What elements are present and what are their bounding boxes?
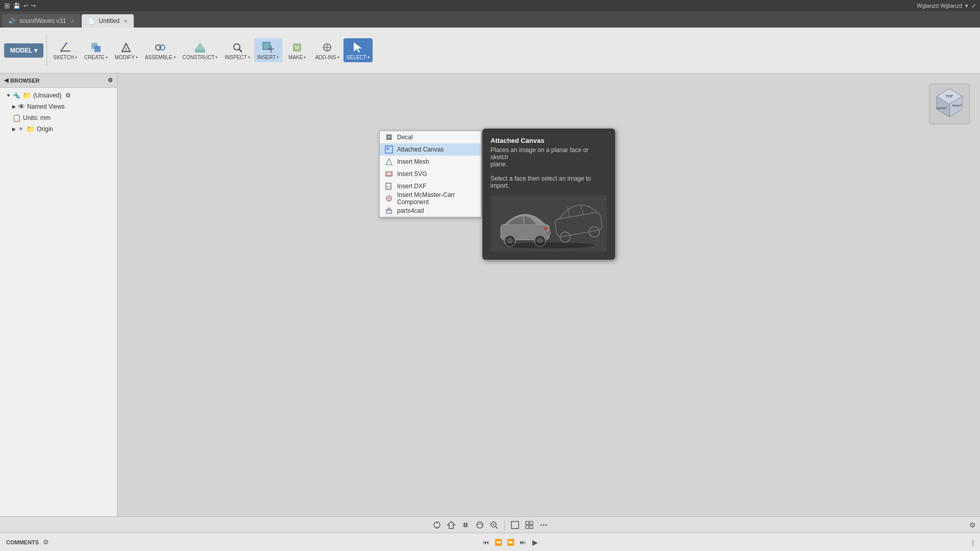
parts4cad-icon xyxy=(385,207,393,215)
tab-bar: 🔊 soundWaves v31 ✕ 📄 Untitled ✕ xyxy=(0,11,980,28)
make-tool[interactable]: M MAKE ▾ xyxy=(283,38,311,62)
construct-tool[interactable]: CONSTRUCT ▾ xyxy=(180,38,221,62)
modify-arrow: ▾ xyxy=(136,55,138,60)
inspect-icon xyxy=(230,40,244,55)
tab-untitled-close[interactable]: ✕ xyxy=(124,18,128,24)
insert-tool[interactable]: INSERT ▾ xyxy=(254,38,282,62)
svg-point-58 xyxy=(477,522,483,528)
origin-icon: ⚬ xyxy=(18,125,24,133)
info-panel-image xyxy=(491,195,607,252)
fit-tool-btn[interactable] xyxy=(431,519,443,531)
modify-tool[interactable]: MODIFY ▾ xyxy=(112,38,141,62)
comments-right: | xyxy=(972,538,974,546)
addins-label: ADD-INS xyxy=(315,55,336,60)
insert-dxf-icon: DXF xyxy=(385,182,393,190)
home-tool-btn[interactable] xyxy=(445,519,457,531)
play-marker-btn[interactable]: ▶ xyxy=(530,537,540,547)
info-panel-line2: plane. xyxy=(491,161,507,168)
tab-soundwaves-close[interactable]: ✕ xyxy=(70,18,75,24)
comments-controls: ⏮ ⏪ ⏩ ⏭ ▶ xyxy=(481,537,540,547)
addins-arrow: ▾ xyxy=(337,55,339,60)
sidebar-origin[interactable]: ▶ ⚬ 📁 Origin xyxy=(0,123,117,135)
create-tool[interactable]: CREATE ▾ xyxy=(81,38,111,62)
play-last-btn[interactable]: ⏭ xyxy=(518,537,528,547)
svg-point-53 xyxy=(503,242,595,248)
insert-svg-icon: SVG xyxy=(385,170,393,178)
display-tool-btn[interactable] xyxy=(509,519,521,531)
select-label-row: SELECT ▾ xyxy=(347,55,370,60)
svg-rect-64 xyxy=(526,521,529,524)
origin-expand[interactable]: ▶ xyxy=(12,127,16,132)
comments-bar: COMMENTS ⚙ ⏮ ⏪ ⏩ ⏭ ▶ | xyxy=(0,533,980,551)
expand-icon[interactable]: ⤢ xyxy=(971,3,976,9)
sidebar-root-expand[interactable]: ▼ xyxy=(6,93,11,98)
pan-tool-btn[interactable] xyxy=(459,519,472,531)
sidebar-root-item[interactable]: ▼ 🔩 📁 (Unsaved) ⚙ xyxy=(0,90,117,101)
sidebar-collapse-icon[interactable]: ◀ xyxy=(4,77,8,84)
sidebar-settings-icon[interactable]: ⚙ xyxy=(108,77,113,84)
menu-insert-dxf[interactable]: DXF Insert DXF xyxy=(380,180,481,192)
sidebar-root-settings[interactable]: ⚙ xyxy=(65,92,71,99)
comments-label: COMMENTS xyxy=(6,539,39,545)
svg-marker-9 xyxy=(195,42,205,49)
inspect-label-row: INSPECT ▾ xyxy=(225,55,250,60)
orbit-tool-btn[interactable] xyxy=(474,519,486,531)
tab-soundwaves[interactable]: 🔊 soundWaves v31 ✕ xyxy=(2,14,81,28)
modify-label-row: MODIFY ▾ xyxy=(115,55,138,60)
create-label-row: CREATE ▾ xyxy=(84,55,108,60)
construct-arrow: ▾ xyxy=(215,55,217,60)
select-tool[interactable]: SELECT ▾ xyxy=(344,38,373,62)
menu-parts4cad[interactable]: parts4cad xyxy=(380,205,481,217)
svg-rect-65 xyxy=(530,521,533,524)
model-button[interactable]: MODEL ▾ xyxy=(4,43,43,58)
play-next-btn[interactable]: ⏩ xyxy=(505,537,516,547)
addins-tool[interactable]: ADD-INS ▾ xyxy=(312,38,342,62)
named-views-expand[interactable]: ▶ xyxy=(12,104,16,109)
svg-rect-67 xyxy=(530,525,533,529)
assemble-label-row: ASSEMBLE ▾ xyxy=(145,55,176,60)
zoom-tool-btn[interactable] xyxy=(488,519,500,531)
app-grid-icon[interactable]: ⊞ xyxy=(4,2,10,10)
toolbar: MODEL ▾ SKETCH ▾ CREATE xyxy=(0,28,980,73)
assemble-label: ASSEMBLE xyxy=(145,55,173,60)
bottom-tools xyxy=(431,519,550,531)
menu-insert-mesh[interactable]: Insert Mesh xyxy=(380,156,481,168)
menu-decal[interactable]: 🖼 Decal xyxy=(380,131,481,143)
tab-untitled[interactable]: 📄 Untitled ✕ xyxy=(82,14,134,28)
svg-text:DXF: DXF xyxy=(386,186,391,188)
menu-attached-canvas[interactable]: Attached Canvas xyxy=(380,143,481,156)
play-prev-btn[interactable]: ⏪ xyxy=(493,537,503,547)
modify-label: MODIFY xyxy=(115,55,135,60)
redo-icon[interactable]: ↪ xyxy=(31,3,36,9)
sidebar-units[interactable]: 📋 Units: mm xyxy=(0,112,117,123)
play-first-btn[interactable]: ⏮ xyxy=(481,537,491,547)
user-dropdown-arrow[interactable]: ▾ xyxy=(965,3,968,9)
grid-tool-btn[interactable] xyxy=(523,519,535,531)
nav-cube[interactable]: TOP FRONT RIGHT xyxy=(929,84,970,124)
assemble-tool[interactable]: ASSEMBLE ▾ xyxy=(142,38,179,62)
addins-icon xyxy=(320,40,334,55)
named-views-label: Named Views xyxy=(27,103,65,110)
construct-icons xyxy=(193,40,207,55)
assemble-arrow: ▾ xyxy=(174,55,176,60)
sketch-tool[interactable]: SKETCH ▾ xyxy=(50,38,80,62)
select-icons xyxy=(351,40,365,55)
menu-insert-svg[interactable]: SVG Insert SVG xyxy=(380,168,481,180)
svg-rect-8 xyxy=(195,49,205,53)
more-tool-btn[interactable] xyxy=(537,519,550,531)
settings-bottom-icon[interactable]: ⚙ xyxy=(969,521,976,529)
undo-icon[interactable]: ↩ xyxy=(23,3,28,9)
inspect-tool[interactable]: INSPECT ▾ xyxy=(222,38,253,62)
menu-mcmaster[interactable]: Insert McMaster-Carr Component xyxy=(380,192,481,205)
svg-rect-29 xyxy=(386,147,389,150)
svg-marker-39 xyxy=(387,208,391,210)
make-arrow: ▾ xyxy=(304,55,306,60)
insert-dxf-label: Insert DXF xyxy=(397,183,426,190)
sidebar: ◀ BROWSER ⚙ ▼ 🔩 📁 (Unsaved) ⚙ ▶ 👁 Named … xyxy=(0,73,117,535)
sidebar-named-views[interactable]: ▶ 👁 Named Views xyxy=(0,101,117,112)
save-icon[interactable]: 💾 xyxy=(13,3,20,9)
comments-settings-icon[interactable]: ⚙ xyxy=(43,538,49,546)
sketch-icon xyxy=(58,40,72,55)
timeline-icon: | xyxy=(972,538,974,546)
assemble-icons xyxy=(153,40,167,55)
